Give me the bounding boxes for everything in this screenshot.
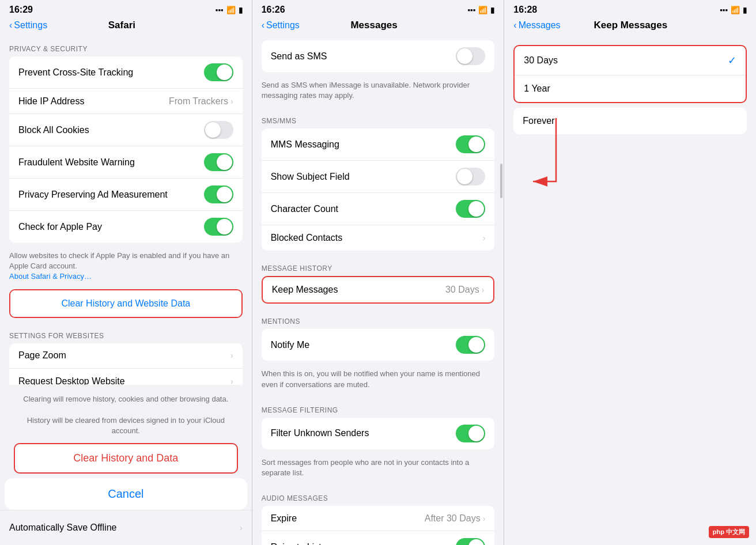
action-sheet-content: Clearing will remove history, cookies an…	[5, 385, 247, 474]
footer-link[interactable]: About Safari & Privacy…	[9, 272, 92, 281]
clear-history-data-button[interactable]: Clear History and Data	[14, 443, 238, 474]
audio-list: Expire After 30 Days › Raise to Listen	[262, 506, 495, 545]
row-block-cookies[interactable]: Block All Cookies	[9, 114, 243, 146]
toggle-filter-unknown[interactable]	[456, 425, 485, 442]
toggle-send-sms[interactable]	[456, 47, 485, 65]
row-privacy-ad[interactable]: Privacy Preserving Ad Measurement	[9, 179, 243, 211]
row-fraudulent-warning[interactable]: Fraudulent Website Warning	[9, 146, 243, 179]
row-hide-ip[interactable]: Hide IP Address From Trackers ›	[9, 89, 243, 114]
option-1-year[interactable]: 1 Year	[515, 75, 746, 102]
signal-icon-2: ▪▪▪	[468, 6, 476, 14]
privacy-settings-list: Prevent Cross-Site Tracking Hide IP Addr…	[9, 56, 243, 243]
value-expire: After 30 Days ›	[425, 513, 486, 524]
section-filtering-header: MESSAGE FILTERING	[252, 397, 504, 418]
row-filter-unknown[interactable]: Filter Unknown Senders	[262, 418, 495, 449]
chevron-blocked: ›	[483, 233, 486, 243]
panel-safari: 16:29 ▪▪▪ 📶 ▮ ‹ Settings Safari PRIVACY …	[0, 0, 252, 545]
toggle-privacy-ad[interactable]	[204, 186, 233, 203]
panel-keep-messages: 16:28 ▪▪▪ 📶 ▮ ‹ Messages Keep Messages 3…	[504, 0, 756, 545]
wifi-icon-3: 📶	[731, 6, 740, 14]
option-30-days[interactable]: 30 Days ✓	[515, 46, 746, 75]
row-raise-listen[interactable]: Raise to Listen	[262, 531, 495, 545]
option-forever[interactable]: Forever	[513, 108, 747, 134]
back-label-1: Settings	[14, 20, 47, 31]
row-mms[interactable]: MMS Messaging	[262, 128, 495, 161]
clear-history-button[interactable]: Clear History and Website Data	[10, 290, 241, 317]
back-button-2[interactable]: ‹ Settings	[262, 20, 300, 31]
send-sms-list: Send as SMS	[262, 40, 495, 72]
chevron-hide-ip: ›	[230, 97, 233, 106]
label-hide-ip: Hide IP Address	[18, 96, 84, 107]
keep-msg-inner[interactable]: Keep Messages 30 Days ›	[263, 277, 494, 302]
label-1-year: 1 Year	[524, 84, 550, 94]
row-auto-save[interactable]: Automatically Save Offline ›	[9, 515, 243, 540]
toggle-block-cookies[interactable]	[204, 121, 233, 139]
footer-apple-pay: Allow websites to check if Apple Pay is …	[0, 247, 252, 289]
time-1: 16:29	[9, 5, 33, 15]
toggle-apple-pay[interactable]	[204, 218, 233, 236]
clear-history-container: Clear History and Website Data	[9, 289, 243, 318]
nav-title-1: Safari	[108, 20, 135, 31]
back-button-3[interactable]: ‹ Messages	[513, 20, 560, 31]
row-send-sms[interactable]: Send as SMS	[262, 40, 495, 72]
row-page-zoom[interactable]: Page Zoom ›	[9, 343, 243, 369]
send-sms-desc: Send as SMS when iMessage is unavailable…	[252, 77, 504, 108]
label-cross-site: Prevent Cross-Site Tracking	[18, 67, 133, 78]
row-char-count[interactable]: Character Count	[262, 193, 495, 225]
keep-options-list: 30 Days ✓ 1 Year	[513, 45, 747, 103]
value-hide-ip: From Trackers ›	[169, 96, 233, 107]
label-block-cookies: Block All Cookies	[18, 125, 89, 135]
label-expire: Expire	[271, 513, 297, 524]
status-bar-3: 16:28 ▪▪▪ 📶 ▮	[504, 0, 756, 17]
section-smsmms-header: SMS/MMS	[252, 108, 504, 128]
action-sheet: Clearing will remove history, cookies an…	[0, 380, 252, 545]
keep-messages-row[interactable]: Keep Messages 30 Days ›	[262, 276, 495, 304]
row-apple-pay[interactable]: Check for Apple Pay	[9, 211, 243, 243]
row-cross-site-tracking[interactable]: Prevent Cross-Site Tracking	[9, 56, 243, 89]
label-30-days: 30 Days	[524, 55, 558, 66]
row-blocked-contacts[interactable]: Blocked Contacts ›	[262, 225, 495, 251]
sms-settings-list: MMS Messaging Show Subject Field Charact…	[262, 128, 495, 251]
back-chevron-2: ‹	[262, 20, 264, 31]
toggle-mms[interactable]	[456, 135, 485, 153]
filtering-list: Filter Unknown Senders	[262, 418, 495, 449]
time-3: 16:28	[513, 5, 537, 15]
nav-bar-3: ‹ Messages Keep Messages	[504, 17, 756, 36]
toggle-fraudulent[interactable]	[204, 153, 233, 171]
checkmark-30-days: ✓	[728, 54, 736, 67]
label-subject: Show Subject Field	[271, 172, 350, 182]
notify-desc: When this is on, you will be notified wh…	[252, 365, 504, 396]
scroll-indicator-2	[500, 164, 502, 198]
forever-container: Forever	[513, 108, 747, 134]
section-audio-header: AUDIO MESSAGES	[252, 485, 504, 506]
wifi-icon-1: 📶	[226, 6, 236, 14]
back-chevron-1: ‹	[9, 20, 12, 31]
toggle-raise-listen[interactable]	[456, 538, 485, 545]
section-history-header: MESSAGE HISTORY	[252, 255, 504, 276]
toggle-char-count[interactable]	[456, 200, 485, 218]
label-keep-messages: Keep Messages	[272, 285, 338, 295]
battery-icon-2: ▮	[490, 6, 494, 14]
row-expire[interactable]: Expire After 30 Days ›	[262, 506, 495, 531]
label-notify-me: Notify Me	[271, 340, 310, 350]
nav-title-3: Keep Messages	[594, 20, 668, 31]
label-apple-pay: Check for Apple Pay	[18, 222, 102, 232]
toggle-cross-site[interactable]	[204, 63, 233, 81]
label-page-zoom: Page Zoom	[18, 350, 66, 361]
action-sheet-title: Clearing will remove history, cookies an…	[14, 394, 238, 436]
toggle-subject[interactable]	[456, 168, 485, 186]
cancel-button[interactable]: Cancel	[5, 478, 247, 510]
chevron-keep-msg: ›	[482, 285, 485, 294]
status-icons-3: ▪▪▪ 📶 ▮	[720, 6, 747, 14]
label-auto-save: Automatically Save Offline	[9, 523, 116, 533]
battery-icon-3: ▮	[743, 6, 747, 14]
status-bar-2: 16:26 ▪▪▪ 📶 ▮	[252, 0, 504, 17]
status-icons-2: ▪▪▪ 📶 ▮	[468, 6, 495, 14]
row-notify-me[interactable]: Notify Me	[262, 329, 495, 361]
chevron-auto-save: ›	[240, 523, 243, 532]
toggle-notify-me[interactable]	[456, 336, 485, 354]
label-blocked-contacts: Blocked Contacts	[271, 233, 343, 243]
value-keep-messages: 30 Days ›	[445, 285, 484, 295]
row-subject[interactable]: Show Subject Field	[262, 161, 495, 193]
back-button-1[interactable]: ‹ Settings	[9, 20, 47, 31]
